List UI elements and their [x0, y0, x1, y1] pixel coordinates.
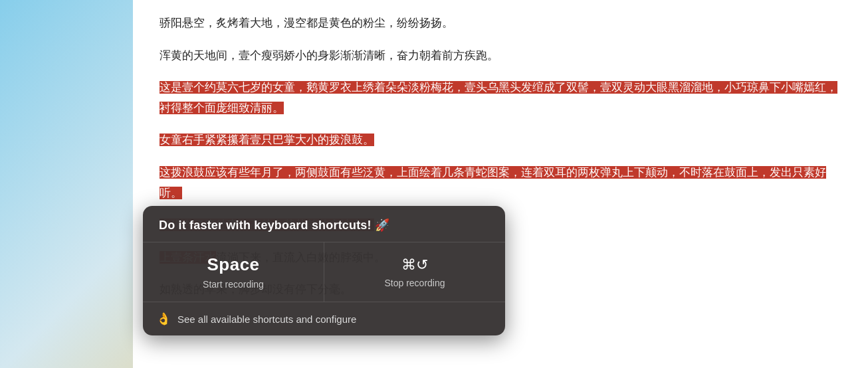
shortcut-space[interactable]: Space Start recording	[143, 242, 324, 302]
text-block-1: 骄阳悬空，炙烤着大地，漫空都是黄色的粉尘，纷纷扬扬。	[160, 13, 841, 34]
popup-title-row: Do it faster with keyboard shortcuts! 🚀	[143, 206, 505, 242]
popup-shortcuts-container: Space Start recording ⌘↺ Stop recording	[143, 242, 505, 302]
popup-footer[interactable]: 👌 See all available shortcuts and config…	[143, 302, 505, 335]
shortcut-space-key: Space	[207, 254, 259, 275]
text-highlighted-4: 女童右手紧紧攥着壹只巴掌大小的拨浪鼓。	[160, 134, 374, 146]
shortcut-stop-label: Stop recording	[384, 278, 445, 288]
popup-title: Do it faster with keyboard shortcuts! 🚀	[159, 219, 389, 232]
text-block-5: 这拨浪鼓应该有些年月了，两侧鼓面有些泛黄，上面绘着几条青蛇图案，连着双耳的两枚弹…	[160, 163, 841, 203]
text-plain-1: 骄阳悬空，炙烤着大地，漫空都是黄色的粉尘，纷纷扬扬。	[160, 17, 453, 29]
text-block-4: 女童右手紧紧攥着壹只巴掌大小的拨浪鼓。	[160, 130, 841, 151]
shortcut-stop-key: ⌘↺	[401, 256, 429, 274]
shortcuts-popup: Do it faster with keyboard shortcuts! 🚀 …	[143, 206, 505, 335]
popup-footer-text: See all available shortcuts and configur…	[177, 314, 356, 325]
text-plain-2: 浑黄的天地间，壹个瘦弱娇小的身影渐渐清晰，奋力朝着前方疾跑。	[160, 49, 498, 62]
shortcut-space-label: Start recording	[203, 279, 264, 290]
text-highlighted-5: 这拨浪鼓应该有些年月了，两侧鼓面有些泛黄，上面绘着几条青蛇图案，连着双耳的两枚弹…	[160, 166, 826, 199]
text-block-3: 这是壹个约莫六七岁的女童，鹅黄罗衣上绣着朵朵淡粉梅花，壹头乌黑头发绾成了双髻，壹…	[160, 78, 841, 118]
shortcut-stop[interactable]: ⌘↺ Stop recording	[324, 242, 505, 302]
text-block-2: 浑黄的天地间，壹个瘦弱娇小的身影渐渐清晰，奋力朝着前方疾跑。	[160, 46, 841, 66]
footer-emoji: 👌	[156, 312, 171, 326]
text-highlighted-3: 这是壹个约莫六七岁的女童，鹅黄罗衣上绣着朵朵淡粉梅花，壹头乌黑头发绾成了双髻，壹…	[160, 81, 837, 114]
